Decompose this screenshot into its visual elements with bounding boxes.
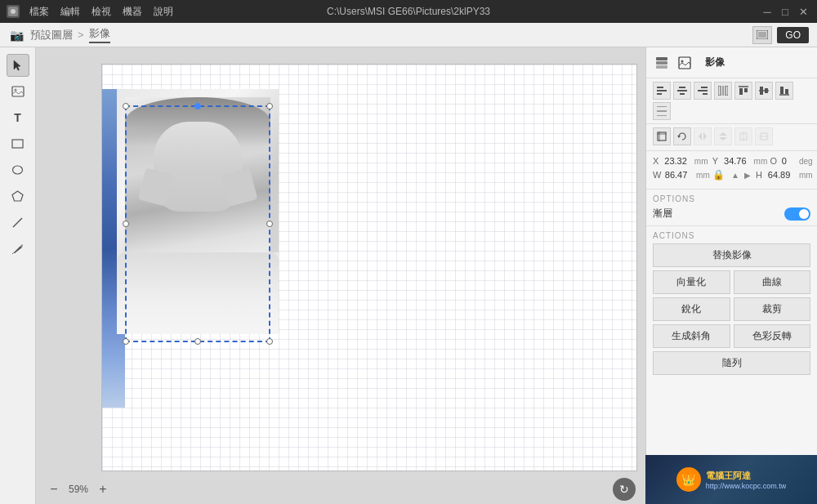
- menu-help[interactable]: 說明: [149, 3, 178, 20]
- panel-tabs: 影像: [646, 47, 817, 78]
- flip-v-button: [714, 127, 732, 145]
- r-value: 0: [782, 156, 796, 166]
- align-right-button[interactable]: [694, 82, 712, 100]
- svg-rect-6: [12, 140, 23, 148]
- svg-point-5: [14, 89, 16, 91]
- svg-line-10: [12, 253, 13, 254]
- svg-rect-17: [657, 90, 667, 91]
- image-element[interactable]: [117, 89, 279, 334]
- distribute-v-button[interactable]: [653, 102, 671, 120]
- diagonal-button[interactable]: 生成斜角: [653, 324, 730, 348]
- curves-button[interactable]: 曲線: [734, 270, 811, 294]
- svg-rect-3: [758, 32, 766, 38]
- go-button[interactable]: GO: [777, 27, 809, 43]
- distribute-h-button[interactable]: [714, 82, 732, 100]
- svg-rect-16: [657, 87, 663, 88]
- flip-h-button: [694, 127, 712, 145]
- vectorize-button[interactable]: 向量化: [653, 270, 730, 294]
- replace-image-button[interactable]: 替換影像: [653, 243, 810, 267]
- polygon-tool[interactable]: [7, 185, 29, 207]
- w-value: 86.47: [665, 170, 693, 180]
- ellipse-tool[interactable]: [7, 158, 29, 181]
- image-properties-tab[interactable]: [676, 54, 694, 72]
- text-tool[interactable]: T: [7, 106, 29, 129]
- svg-rect-25: [718, 86, 721, 96]
- alignment-toolbar-row1: [646, 78, 817, 124]
- lock-icon[interactable]: 🔒: [712, 169, 725, 181]
- camera-icon: 📷: [10, 29, 24, 42]
- main-content: T: [0, 47, 817, 504]
- watermark-logo: 👑: [676, 467, 701, 492]
- breadcrumb-separator: >: [78, 29, 84, 41]
- svg-rect-11: [656, 57, 667, 60]
- sharpen-button[interactable]: 銳化: [653, 297, 730, 321]
- zoom-out-button[interactable]: −: [46, 481, 62, 497]
- h-unit: mm: [799, 171, 810, 180]
- x-value: 23.32: [664, 156, 691, 166]
- select-tool[interactable]: [7, 54, 29, 77]
- minimize-button[interactable]: ─: [760, 5, 775, 18]
- svg-marker-44: [699, 132, 702, 140]
- invert-color-button[interactable]: 色彩反轉: [734, 324, 811, 348]
- vectorize-curves-row: 向量化 曲線: [653, 270, 810, 294]
- wh-coord-row: W 86.47 mm 🔒 ▲ ▶ H 64.89 mm: [653, 169, 810, 181]
- tools-panel: T: [0, 47, 36, 504]
- breadcrumb-current: 影像: [89, 26, 110, 43]
- y-label: Y: [712, 156, 721, 166]
- menu-edit[interactable]: 編輯: [56, 3, 85, 20]
- svg-rect-14: [679, 57, 690, 69]
- align-bottom-button[interactable]: [775, 82, 793, 100]
- svg-rect-26: [725, 86, 728, 96]
- w-label: W: [653, 170, 662, 180]
- x-label: X: [653, 156, 661, 166]
- actions-label: ACTIONS: [653, 231, 810, 240]
- photo-body-area: [117, 252, 279, 334]
- align-left-button[interactable]: [653, 82, 671, 100]
- close-button[interactable]: ✕: [796, 5, 810, 18]
- watermark-url: http://www.kocpc.com.tw: [706, 482, 787, 490]
- svg-rect-19: [679, 87, 685, 88]
- watermark: 👑 電腦王阿達 http://www.kocpc.com.tw: [645, 455, 817, 504]
- window-title: C:\Users\MSI GE66\Pictures\2klPY33: [327, 6, 490, 17]
- svg-point-15: [681, 60, 684, 62]
- menu-file[interactable]: 檔案: [25, 3, 54, 20]
- gradient-toggle[interactable]: [784, 207, 810, 221]
- pen-tool[interactable]: [7, 237, 29, 260]
- svg-marker-8: [12, 191, 23, 201]
- canvas-workspace[interactable]: [101, 64, 637, 471]
- r-unit: deg: [799, 157, 810, 166]
- coordinates-section: X 23.32 mm Y 34.76 mm O 0 deg W 86.47 mm…: [646, 151, 817, 190]
- titlebar-left: 檔案 編輯 檢視 機器 說明: [7, 3, 178, 20]
- align-top-button[interactable]: [734, 82, 752, 100]
- svg-rect-36: [785, 89, 788, 94]
- crop-button[interactable]: [653, 127, 671, 145]
- random-button[interactable]: 隨列: [653, 351, 810, 375]
- rect-tool[interactable]: [7, 132, 29, 155]
- zoom-level: 59%: [69, 484, 88, 495]
- h-label: H: [756, 170, 765, 180]
- refresh-button[interactable]: ↻: [613, 478, 636, 501]
- scissors-button[interactable]: 裁剪: [734, 297, 811, 321]
- layers-tab[interactable]: [653, 54, 671, 72]
- maximize-button[interactable]: □: [778, 5, 792, 18]
- y-unit: mm: [754, 157, 766, 166]
- app-icon: [7, 5, 20, 18]
- menu-machine[interactable]: 機器: [118, 3, 147, 20]
- canvas-footer: − 59% + ↻: [36, 475, 645, 504]
- line-tool[interactable]: [7, 211, 29, 234]
- screen-capture-button[interactable]: [752, 26, 772, 44]
- svg-rect-4: [12, 87, 24, 96]
- align-center-button[interactable]: [673, 82, 691, 100]
- titlebar: 檔案 編輯 檢視 機器 說明 C:\Users\MSI GE66\Picture…: [0, 0, 817, 23]
- image-tool[interactable]: [7, 80, 29, 103]
- panel-title: 影像: [699, 52, 731, 73]
- menu-view[interactable]: 檢視: [87, 3, 116, 20]
- zoom-in-button[interactable]: +: [95, 481, 111, 497]
- toolbar-right: GO: [752, 26, 809, 44]
- rotate-button[interactable]: [673, 127, 691, 145]
- r-label: O: [770, 156, 779, 166]
- align-vcenter-button[interactable]: [755, 82, 773, 100]
- sharpen-scissors-row: 銳化 裁剪: [653, 297, 810, 321]
- watermark-text-block: 電腦王阿達 http://www.kocpc.com.tw: [706, 470, 787, 490]
- svg-rect-24: [703, 93, 708, 95]
